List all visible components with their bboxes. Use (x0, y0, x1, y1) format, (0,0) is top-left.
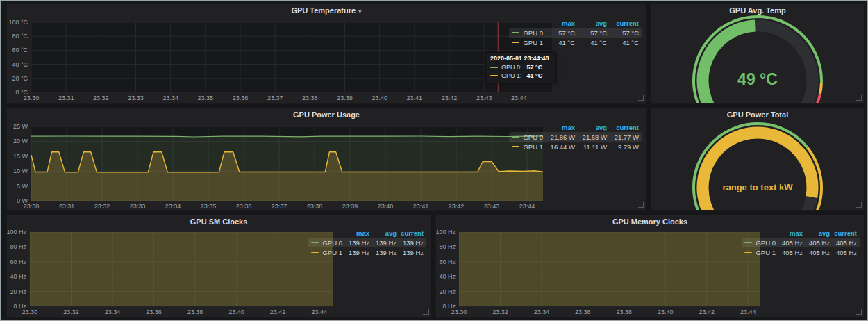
legend-stat-avg: 405 Hz (803, 239, 830, 247)
panel-title-gpu-sm-clocks[interactable]: GPU SM Clocks (7, 215, 431, 228)
tooltip-series-value: 57 °C (527, 64, 543, 71)
legend-stat-current: 41 °C (607, 39, 639, 47)
legend-series-gpu-1[interactable]: GPU 1139 Hz139 Hz139 Hz (308, 247, 426, 257)
svg-text:23:41: 23:41 (407, 94, 423, 101)
svg-text:23:43: 23:43 (476, 94, 492, 101)
legend-header-current[interactable]: current (830, 229, 857, 237)
panel-resize-handle[interactable] (856, 95, 862, 101)
legend-series-gpu-1[interactable]: GPU 1405 Hz405 Hz405 Hz (742, 247, 860, 257)
tooltip-series-name: GPU 0: (501, 64, 522, 71)
svg-text:23:36: 23:36 (233, 94, 249, 101)
svg-text:100 Hz: 100 Hz (7, 229, 26, 236)
svg-text:0 °C: 0 °C (15, 89, 28, 96)
series-dash-icon (744, 252, 752, 253)
panel-title-gpu-memory-clocks[interactable]: GPU Memory Clocks (436, 215, 864, 228)
legend-stat-max: 16.44 W (543, 143, 575, 151)
legend-header-avg[interactable]: avg (369, 229, 397, 237)
svg-text:23:39: 23:39 (337, 94, 353, 101)
legend-header-max[interactable]: max (776, 229, 803, 237)
legend-stat-avg: 21.68 W (575, 133, 607, 141)
panel-title-gpu-power-usage[interactable]: GPU Power Usage (7, 108, 646, 121)
panel-gpu-avg-temp: GPU Avg. Temp 49 °C (651, 3, 865, 104)
legend-header-current[interactable]: current (397, 229, 424, 237)
svg-text:23:42: 23:42 (699, 308, 715, 315)
legend-series-gpu-0[interactable]: GPU 0405 Hz405 Hz405 Hz (742, 238, 860, 247)
svg-text:80 Hz: 80 Hz (10, 243, 26, 250)
panel-gpu-power-total: GPU Power Total range to text kW (651, 108, 865, 211)
series-dash-icon (490, 75, 498, 76)
svg-text:23:37: 23:37 (272, 203, 287, 210)
legend-header-row: maxavgcurrent (509, 18, 642, 28)
svg-text:23:44: 23:44 (311, 308, 327, 315)
legend-series-gpu-0[interactable]: GPU 057 °C57 °C57 °C (509, 28, 642, 38)
panel-resize-handle[interactable] (856, 309, 862, 315)
svg-text:23:40: 23:40 (658, 308, 674, 315)
gauge-value-text: 49 °C (651, 70, 864, 88)
svg-text:23:38: 23:38 (187, 308, 203, 315)
svg-text:0 Hz: 0 Hz (442, 303, 456, 310)
legend-stat-max: 405 Hz (776, 249, 803, 256)
legend-header-max[interactable]: max (342, 229, 369, 237)
panel-title-gpu-temperature[interactable]: GPU Temperature▾ (7, 4, 646, 17)
svg-text:15 W: 15 W (13, 153, 28, 160)
legend-header-max[interactable]: max (543, 19, 575, 27)
legend-header-max[interactable]: max (543, 124, 575, 131)
legend-stat-max: 21.86 W (543, 133, 575, 141)
panel-resize-handle[interactable] (638, 202, 644, 208)
legend-series-gpu-0[interactable]: GPU 0139 Hz139 Hz139 Hz (308, 238, 426, 247)
svg-text:10 W: 10 W (13, 167, 28, 174)
legend-stat-max: 57 °C (543, 29, 575, 37)
legend-header-avg[interactable]: avg (575, 19, 607, 27)
svg-text:0 Hz: 0 Hz (13, 303, 26, 310)
svg-text:23:44: 23:44 (740, 308, 756, 315)
legend-stat-avg: 405 Hz (803, 249, 830, 256)
gpu-memory-clocks-legend: maxavgcurrentGPU 0405 Hz405 Hz405 HzGPU … (742, 228, 860, 257)
svg-text:80 °C: 80 °C (12, 33, 28, 40)
panel-gpu-temperature: GPU Temperature▾ 23:3023:3123:3223:3323:… (6, 3, 646, 104)
svg-text:23:42: 23:42 (449, 203, 465, 210)
panel-resize-handle[interactable] (638, 95, 644, 101)
svg-text:23:36: 23:36 (146, 308, 162, 315)
legend-series-label: GPU 0 (512, 133, 543, 141)
svg-text:20 °C: 20 °C (12, 75, 28, 82)
tooltip-row: GPU 0: 57 °C (490, 63, 549, 72)
svg-text:23:38: 23:38 (302, 94, 318, 101)
panel-resize-handle[interactable] (856, 202, 862, 208)
svg-text:80 Hz: 80 Hz (439, 243, 456, 250)
panel-gpu-memory-clocks: GPU Memory Clocks 23:3023:3223:3423:3623… (435, 215, 865, 318)
gpu-sm-clocks-legend: maxavgcurrentGPU 0139 Hz139 Hz139 HzGPU … (308, 228, 426, 257)
svg-text:23:34: 23:34 (165, 203, 181, 210)
panel-title-gpu-avg-temp[interactable]: GPU Avg. Temp (651, 4, 864, 17)
svg-text:23:32: 23:32 (94, 203, 110, 210)
legend-stat-current: 405 Hz (830, 249, 857, 256)
series-dash-icon (490, 67, 498, 68)
graph-tooltip: 2020-05-01 23:44:48 GPU 0: 57 °C GPU 1: … (485, 52, 556, 83)
panel-resize-handle[interactable] (423, 309, 429, 315)
legend-header-avg[interactable]: avg (803, 229, 830, 237)
legend-stat-max: 139 Hz (342, 239, 369, 247)
svg-text:60 Hz: 60 Hz (439, 258, 456, 265)
svg-text:40 °C: 40 °C (12, 61, 28, 68)
legend-stat-current: 9.79 W (607, 143, 639, 151)
panel-title-gpu-power-total[interactable]: GPU Power Total (651, 108, 864, 121)
legend-header-current[interactable]: current (607, 124, 639, 131)
panel-title-text: GPU Power Total (727, 110, 788, 119)
svg-text:23:33: 23:33 (130, 203, 146, 210)
svg-text:23:32: 23:32 (492, 308, 508, 315)
svg-text:23:35: 23:35 (201, 203, 217, 210)
svg-text:23:42: 23:42 (270, 308, 286, 315)
legend-series-gpu-1[interactable]: GPU 116.44 W11.11 W9.79 W (509, 142, 642, 151)
svg-text:23:31: 23:31 (59, 203, 75, 210)
legend-header-avg[interactable]: avg (575, 124, 607, 131)
legend-series-gpu-1[interactable]: GPU 141 °C41 °C41 °C (509, 38, 642, 47)
legend-stat-current: 139 Hz (397, 249, 424, 256)
legend-series-label: GPU 1 (311, 249, 342, 256)
svg-text:23:33: 23:33 (128, 94, 144, 101)
svg-text:20 Hz: 20 Hz (10, 288, 26, 295)
svg-text:23:38: 23:38 (617, 308, 633, 315)
tooltip-timestamp: 2020-05-01 23:44:48 (490, 55, 549, 62)
svg-text:23:34: 23:34 (105, 308, 121, 315)
legend-header-current[interactable]: current (607, 19, 639, 27)
legend-series-label: GPU 0 (744, 239, 776, 247)
legend-series-gpu-0[interactable]: GPU 021.86 W21.68 W21.77 W (509, 132, 642, 142)
